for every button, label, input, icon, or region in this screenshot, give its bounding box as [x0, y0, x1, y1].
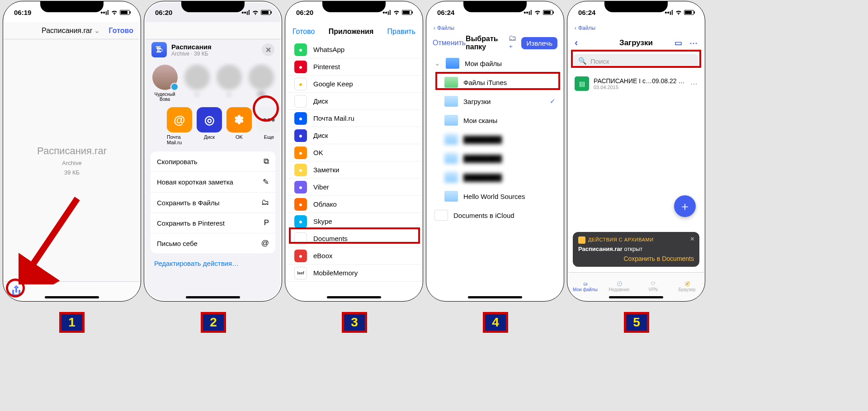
app-label: OK: [313, 149, 323, 156]
home-indicator: [468, 296, 522, 298]
share-app[interactable]: @Почта Mail.ru: [167, 107, 192, 145]
app-label: Диск: [313, 97, 328, 105]
search-icon: 🔍: [578, 57, 587, 65]
action-glyph-icon: ✎: [263, 177, 269, 187]
action-row[interactable]: Сохранить в Файлы🗂: [151, 193, 275, 213]
folder-row[interactable]: ⌄Мои файлы: [427, 54, 563, 73]
breadcrumb[interactable]: ‹Файлы: [568, 22, 704, 34]
edit-actions-link[interactable]: Редактировать действия…: [145, 253, 281, 274]
folder-row[interactable]: Hello World Sources: [427, 187, 563, 206]
share-contact[interactable]: Чудесный Вова: [151, 65, 178, 102]
app-row[interactable]: ●Google Keep: [286, 76, 422, 93]
action-label: Письмо себе: [157, 240, 198, 247]
wifi-icon: [534, 9, 541, 15]
notch: [322, 1, 386, 12]
signal-icon: ••ıl: [665, 9, 673, 16]
share-contact[interactable]: —: [216, 65, 242, 102]
app-row[interactable]: ●Skype: [286, 213, 422, 230]
app-row[interactable]: ●eBoox: [286, 247, 422, 265]
share-contact[interactable]: 225: [248, 65, 274, 102]
preview-size: 39 КБ: [64, 169, 80, 176]
toast-action[interactable]: Сохранить в Documents: [578, 255, 694, 262]
action-row[interactable]: Новая короткая заметка✎: [151, 172, 275, 193]
close-icon[interactable]: ✕: [262, 43, 274, 56]
file-more-icon[interactable]: ⋯: [690, 80, 698, 88]
toast-filename: Расписания.rar: [578, 246, 623, 252]
status-time: 06:19: [14, 9, 31, 16]
device-icon[interactable]: ▭: [675, 38, 682, 48]
toast-status: открыт: [624, 246, 642, 252]
app-row[interactable]: ●Заметки: [286, 161, 422, 179]
extract-button[interactable]: Извлечь: [521, 37, 557, 49]
app-label: MobileMemory: [313, 269, 358, 277]
folder-icon: 🗂: [583, 281, 588, 286]
phone-4: 06:24 ••ıl ‹Файлы Отменить Выбрать папку…: [426, 1, 564, 302]
telegram-badge-icon: [170, 83, 179, 91]
folder-row[interactable]: ████████: [427, 149, 563, 168]
toast-title: ДЕЙСТВИЯ С АРХИВАМИ: [588, 237, 654, 242]
folder-icon: [446, 58, 459, 69]
app-row[interactable]: ●Облако: [286, 196, 422, 213]
app-row[interactable]: ●OK: [286, 144, 422, 161]
app-icon: ●: [294, 250, 307, 262]
breadcrumb[interactable]: ‹Файлы: [427, 22, 563, 34]
folder-row[interactable]: ████████: [427, 168, 563, 187]
done-button[interactable]: Готово: [292, 28, 315, 36]
app-icon: ●: [294, 146, 307, 159]
new-folder-icon[interactable]: 🗂⁺: [509, 33, 517, 53]
action-row[interactable]: Письмо себе@: [151, 233, 275, 253]
app-row[interactable]: ●Documents: [286, 230, 422, 247]
share-app[interactable]: ✽OK: [226, 107, 252, 145]
home-indicator: [45, 296, 99, 298]
folder-row[interactable]: ████████: [427, 130, 563, 149]
app-label: Viber: [313, 183, 329, 191]
folder-row[interactable]: Мои сканы: [427, 111, 563, 130]
folder-icon: [444, 96, 458, 107]
app-row[interactable]: ●Pinterest: [286, 58, 422, 76]
add-button[interactable]: ＋: [674, 195, 696, 217]
action-row[interactable]: Скопировать⧉: [151, 151, 275, 172]
app-icon: ●: [294, 232, 307, 245]
home-indicator: [186, 296, 240, 298]
folder-row[interactable]: Documents в iCloud: [427, 206, 563, 225]
share-app[interactable]: ◎Диск: [197, 107, 222, 145]
phone-2: 06:20 ••ıl 🗜 Расписания Archive · 39 КБ …: [144, 1, 282, 302]
share-icon[interactable]: [11, 285, 21, 297]
folder-row-downloads[interactable]: Загрузки✓: [427, 92, 563, 111]
spreadsheet-icon: ▤: [575, 76, 589, 91]
done-button[interactable]: Готово: [109, 27, 133, 35]
edit-button[interactable]: Править: [387, 28, 415, 36]
app-row[interactable]: ●Почта Mail.ru: [286, 110, 422, 127]
app-icon: ●: [294, 78, 307, 90]
search-input[interactable]: 🔍Поиск: [574, 54, 698, 68]
wifi-icon: [252, 9, 259, 15]
signal-icon: ••ıl: [382, 9, 391, 16]
share-app[interactable]: •••Еще: [256, 107, 281, 145]
app-row[interactable]: ●Диск: [286, 127, 422, 144]
share-sheet: 🗜 Расписания Archive · 39 КБ ✕ Чудесный …: [145, 37, 281, 300]
app-row[interactable]: leefMobileMemory: [286, 265, 422, 282]
action-row[interactable]: Сохранить в PinterestP: [151, 213, 275, 233]
app-row[interactable]: ●Диск: [286, 93, 422, 110]
more-icon[interactable]: ⋯: [689, 38, 698, 48]
share-contact[interactable]: —: [184, 65, 210, 102]
app-row[interactable]: ●Viber: [286, 179, 422, 196]
folder-row[interactable]: Файлы iTunes: [427, 73, 563, 92]
archive-icon: 🗜: [151, 42, 167, 57]
notch: [463, 1, 527, 12]
battery-icon: [402, 10, 412, 15]
tab-myfiles[interactable]: 🗂Мои файлы: [568, 273, 602, 300]
signal-icon: ••ıl: [100, 9, 109, 16]
app-row[interactable]: ●WhatsApp: [286, 41, 422, 58]
action-label: Сохранить в Pinterest: [157, 219, 225, 227]
notch: [181, 1, 245, 12]
close-icon[interactable]: ✕: [690, 236, 695, 242]
file-row[interactable]: ▤ РАСПИСАНИЕ I с…09.08.22 — копия03.04.2…: [574, 74, 698, 94]
status-time: 06:20: [155, 9, 172, 16]
tab-browser[interactable]: 🧭Браузер: [670, 273, 704, 300]
step-badge-1: 1: [59, 312, 85, 333]
back-icon[interactable]: ‹: [575, 37, 578, 49]
step-badge-4: 4: [483, 312, 508, 333]
cancel-button[interactable]: Отменить: [433, 39, 466, 47]
action-glyph-icon: P: [264, 218, 269, 227]
